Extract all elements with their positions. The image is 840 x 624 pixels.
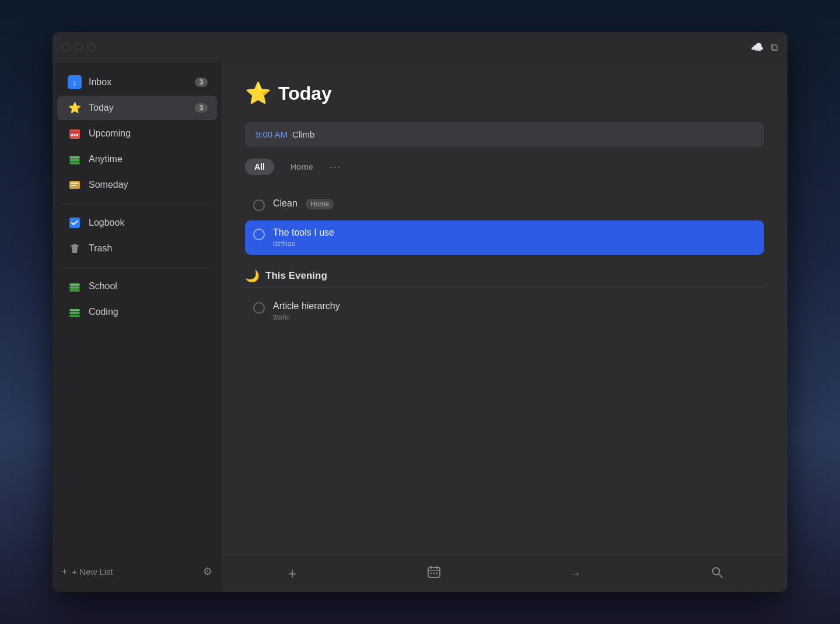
layers-anytime-icon: [66, 151, 83, 167]
filter-all-button[interactable]: All: [245, 159, 274, 175]
task-item-clean[interactable]: Clean Home: [245, 191, 764, 218]
sidebar-item-school[interactable]: School: [57, 274, 217, 299]
move-button[interactable]: →: [562, 561, 588, 587]
settings-icon[interactable]: ⚙: [203, 565, 212, 578]
filter-home-button[interactable]: Home: [281, 159, 323, 175]
sidebar-label-upcoming: Upcoming: [89, 128, 208, 139]
task-body-article: Article hierarchy ttwiki: [273, 301, 756, 321]
calendar-toolbar-icon: [427, 565, 441, 583]
sidebar-item-anytime[interactable]: Anytime: [57, 147, 217, 171]
sidebar: ↓ Inbox 3 ⭐ Today 3: [52, 62, 222, 592]
main-panel: ⭐ Today 9:00 AM Climb All Home ···: [222, 62, 788, 592]
svg-point-26: [433, 572, 435, 574]
task-checkbox-tools[interactable]: [253, 229, 265, 240]
schedule-time: 9:00 AM: [256, 129, 288, 139]
calendar-button[interactable]: [421, 561, 447, 587]
svg-rect-4: [74, 134, 76, 136]
search-button[interactable]: [704, 561, 730, 587]
sidebar-item-inbox[interactable]: ↓ Inbox 3: [57, 70, 217, 94]
plus-icon: +: [62, 566, 67, 577]
task-item-article[interactable]: Article hierarchy ttwiki: [245, 294, 764, 328]
app-window: ☁️ ⧉ ↓ Inbox 3 ⭐ Today 3: [52, 32, 788, 592]
svg-rect-5: [76, 134, 78, 136]
task-tag-clean: Home: [306, 199, 334, 209]
page-title-star-icon: ⭐: [245, 81, 271, 106]
svg-rect-17: [69, 289, 80, 292]
task-checkbox-article[interactable]: [253, 302, 265, 314]
svg-point-27: [436, 572, 438, 574]
maximize-button[interactable]: [88, 43, 96, 51]
svg-rect-6: [69, 156, 80, 159]
section-header-text-evening: This Evening: [265, 270, 327, 282]
sidebar-label-school: School: [89, 281, 208, 292]
sidebar-label-today: Today: [89, 103, 195, 113]
svg-rect-2: [69, 131, 80, 133]
inbox-icon: ↓: [66, 74, 83, 90]
sidebar-item-upcoming[interactable]: Upcoming: [57, 121, 217, 146]
sidebar-label-someday: Someday: [89, 180, 208, 190]
trash-icon: [66, 240, 83, 257]
sidebar-badge-today: 3: [195, 103, 208, 113]
sidebar-badge-inbox: 3: [195, 78, 208, 87]
schedule-bar[interactable]: 9:00 AM Climb: [245, 122, 764, 147]
task-title-tools: The tools I use: [273, 227, 756, 238]
star-icon: ⭐: [66, 100, 83, 116]
svg-rect-14: [74, 244, 76, 246]
sidebar-label-anytime: Anytime: [89, 154, 208, 164]
bottom-toolbar: +: [222, 555, 788, 592]
page-title-text: Today: [278, 83, 332, 104]
close-button[interactable]: [62, 43, 70, 51]
copy-icon[interactable]: ⧉: [771, 41, 778, 54]
add-task-button[interactable]: +: [279, 561, 305, 587]
svg-point-25: [430, 572, 432, 574]
cloud-icon[interactable]: ☁️: [751, 41, 764, 54]
task-body-clean: Clean Home: [273, 198, 756, 209]
svg-rect-9: [69, 181, 80, 189]
title-bar: ☁️ ⧉: [52, 32, 788, 62]
coding-icon: [66, 304, 83, 320]
svg-rect-16: [69, 286, 80, 289]
task-subtitle-tools: dzfrias: [273, 239, 756, 248]
svg-rect-3: [71, 134, 73, 136]
page-title: ⭐ Today: [245, 81, 764, 106]
task-subtitle-article: ttwiki: [273, 313, 756, 321]
task-section-evening: 🌙 This Evening Article hierarchy ttwiki: [245, 269, 764, 328]
sidebar-label-inbox: Inbox: [89, 77, 195, 87]
sidebar-item-today[interactable]: ⭐ Today 3: [57, 96, 217, 120]
task-title-clean: Clean: [273, 198, 298, 208]
calendar-icon: [66, 125, 83, 142]
svg-line-29: [719, 574, 722, 577]
filter-more-button[interactable]: ···: [330, 161, 342, 173]
svg-rect-7: [69, 159, 80, 162]
traffic-lights: [62, 43, 96, 51]
sidebar-label-logbook: Logbook: [89, 218, 208, 228]
task-item-tools[interactable]: The tools I use dzfrias: [245, 220, 764, 255]
sidebar-item-someday[interactable]: Someday: [57, 173, 217, 197]
search-icon: [710, 566, 723, 582]
title-bar-right: ☁️ ⧉: [751, 41, 778, 54]
schedule-title: Climb: [292, 129, 314, 139]
task-title-article: Article hierarchy: [273, 301, 756, 311]
sidebar-item-coding[interactable]: Coding: [57, 300, 217, 324]
sidebar-item-trash[interactable]: Trash: [57, 236, 217, 261]
minimize-button[interactable]: [75, 43, 83, 51]
task-body-tools: The tools I use dzfrias: [273, 227, 756, 248]
svg-rect-8: [69, 162, 80, 164]
new-list-label[interactable]: + New List: [72, 567, 113, 577]
section-header-evening: 🌙 This Evening: [245, 269, 764, 288]
task-checkbox-clean[interactable]: [253, 199, 265, 211]
task-section-default: Clean Home The tools I use dzfrias: [245, 191, 764, 255]
school-icon: [66, 278, 83, 295]
someday-icon: [66, 177, 83, 193]
divider-2: [62, 267, 212, 268]
arrow-icon: →: [569, 567, 581, 580]
sidebar-item-logbook[interactable]: Logbook: [57, 211, 217, 235]
filter-bar: All Home ···: [245, 159, 764, 175]
sidebar-label-trash: Trash: [89, 243, 208, 254]
svg-rect-19: [69, 312, 80, 314]
sidebar-footer: + + New List ⚙: [52, 558, 222, 585]
svg-rect-18: [69, 309, 80, 311]
sidebar-spacer: [52, 325, 222, 558]
new-list-area[interactable]: + + New List: [62, 566, 113, 577]
main-content: ↓ Inbox 3 ⭐ Today 3: [52, 62, 788, 592]
